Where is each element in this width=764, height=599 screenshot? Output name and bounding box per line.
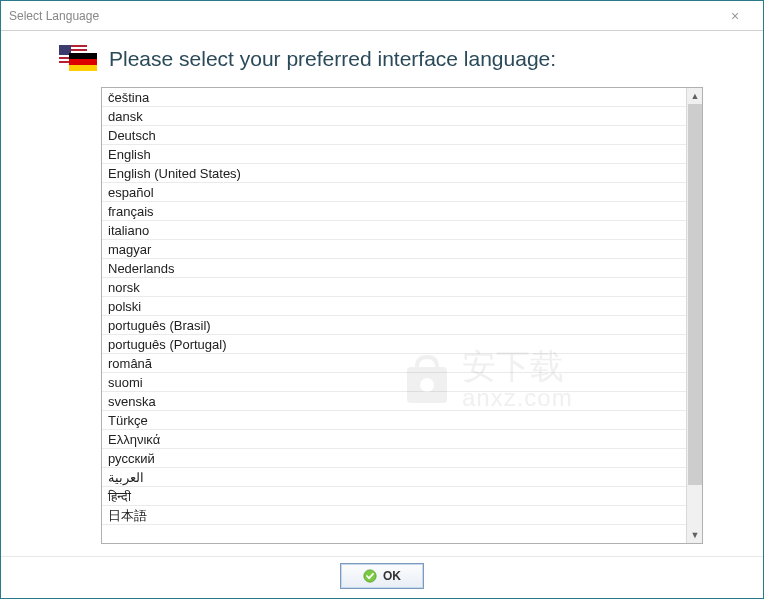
language-option[interactable]: English <box>102 145 686 164</box>
svg-rect-8 <box>69 65 97 71</box>
language-option[interactable]: العربية <box>102 468 686 487</box>
language-option[interactable]: français <box>102 202 686 221</box>
ok-label: OK <box>383 569 401 583</box>
language-option[interactable]: dansk <box>102 107 686 126</box>
language-option[interactable]: हिन्दी <box>102 487 686 506</box>
scroll-down-arrow-icon[interactable]: ▼ <box>687 527 703 543</box>
language-option[interactable]: čeština <box>102 88 686 107</box>
svg-rect-6 <box>69 53 97 59</box>
svg-rect-7 <box>69 59 97 65</box>
language-option[interactable]: English (United States) <box>102 164 686 183</box>
footer: OK <box>1 556 763 598</box>
language-option[interactable]: suomi <box>102 373 686 392</box>
language-option[interactable]: português (Brasil) <box>102 316 686 335</box>
language-option[interactable]: română <box>102 354 686 373</box>
language-option[interactable]: svenska <box>102 392 686 411</box>
header: Please select your preferred interface l… <box>1 31 763 79</box>
scroll-track[interactable] <box>687 104 703 527</box>
language-option[interactable]: 日本語 <box>102 506 686 525</box>
language-option[interactable]: magyar <box>102 240 686 259</box>
language-option[interactable]: Nederlands <box>102 259 686 278</box>
window-title: Select Language <box>9 9 715 23</box>
scroll-up-arrow-icon[interactable]: ▲ <box>687 88 703 104</box>
close-icon: × <box>731 8 739 24</box>
dialog-window: Select Language × Please select your pre… <box>0 0 764 599</box>
language-option[interactable]: português (Portugal) <box>102 335 686 354</box>
language-listbox[interactable]: češtinadanskDeutschEnglishEnglish (Unite… <box>101 87 703 544</box>
language-option[interactable]: Türkçe <box>102 411 686 430</box>
close-button[interactable]: × <box>715 2 755 30</box>
language-option[interactable]: Deutsch <box>102 126 686 145</box>
language-option[interactable]: español <box>102 183 686 202</box>
header-text: Please select your preferred interface l… <box>109 47 556 71</box>
scrollbar[interactable]: ▲ ▼ <box>686 88 702 543</box>
flags-icon <box>61 47 97 71</box>
scroll-thumb[interactable] <box>688 104 702 485</box>
language-option[interactable]: Ελληνικά <box>102 430 686 449</box>
language-option[interactable]: polski <box>102 297 686 316</box>
ok-button[interactable]: OK <box>340 563 424 589</box>
language-option[interactable]: русский <box>102 449 686 468</box>
check-icon <box>363 569 377 583</box>
titlebar: Select Language × <box>1 1 763 31</box>
language-option[interactable]: italiano <box>102 221 686 240</box>
language-option[interactable]: norsk <box>102 278 686 297</box>
